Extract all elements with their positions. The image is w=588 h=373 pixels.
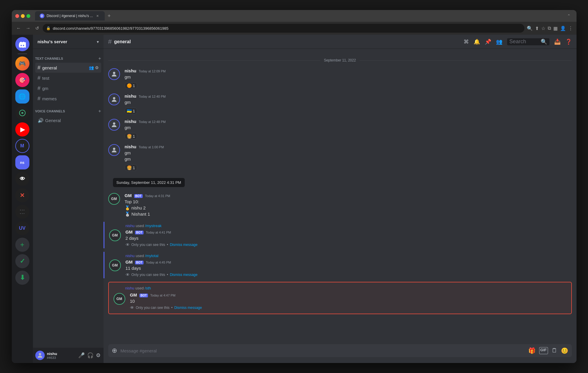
members-icon[interactable]: 👥 [496,39,502,45]
settings-icon[interactable]: ⚙ [95,65,99,70]
message-author-3[interactable]: nishu [125,119,136,124]
user-settings-icon[interactable]: ⚙ [95,352,101,359]
message-input-box: ⊕ 🎁 GIF 🗒 😊 [108,344,572,357]
server-icon-4[interactable] [15,106,29,120]
channel-item-test[interactable]: # test [35,73,101,83]
server-icon-2[interactable]: 🎯 [15,73,29,87]
zoom-icon[interactable]: 🔍 [527,26,533,31]
message-author-sth[interactable]: GM [130,292,137,297]
channel-item-voice-general[interactable]: 🔊 General [35,115,101,125]
maximize-window-button[interactable] [26,14,30,18]
add-text-channel-button[interactable]: + [98,56,101,61]
messages-area[interactable]: September 11, 2022 😊 ↩ ⋯ [104,49,577,344]
gift-icon[interactable]: 🎁 [528,347,536,354]
server-list: 🎮 🎯 🌐 ▶ M ns [12,35,33,363]
reaction-3[interactable]: 🍔 1 [125,133,137,139]
channel-item-memes[interactable]: # memes [35,94,101,104]
server-icon-nishus-active[interactable]: ns [15,155,29,169]
message-input-area: ⊕ 🎁 GIF 🗒 😊 [104,344,577,363]
sidebar-icon[interactable]: ▦ [553,26,558,31]
message-group-2: nishu Today at 12:40 PM gm 🇺🇦 1 [104,92,577,115]
server-icon-8[interactable]: 👁 [15,172,29,186]
minimize-window-button[interactable] [21,14,25,18]
eye-icon-total: 👁 [126,272,130,277]
headphones-icon[interactable]: 🎧 [86,352,94,359]
forward-button[interactable]: → [25,24,32,32]
emoji-icon[interactable]: 😊 [561,347,568,354]
server-icon-6[interactable]: M [15,139,29,153]
gif-icon[interactable]: GIF [539,347,548,354]
message-author-2[interactable]: nishu [125,94,136,99]
download-icon[interactable]: ⬇ [15,271,29,285]
message-author-bot1[interactable]: GM [125,193,132,198]
search-bar[interactable]: Search 🔍 [507,38,549,45]
lock-icon: 🔒 [46,26,51,30]
command-streak-name[interactable]: /mystreak [145,224,161,228]
profile-icon[interactable]: 👤 [560,26,566,31]
command-total-username[interactable]: nishu [126,254,135,258]
channel-item-gm[interactable]: # gm [35,83,101,93]
channel-hash-icon: # [108,38,112,46]
dismiss-total-button[interactable]: Dismiss message [170,273,197,277]
browser-tab-discord[interactable]: D Discord | #general | nishu's ... ✕ [35,11,105,21]
server-icon-11[interactable]: UV [15,221,29,235]
address-bar[interactable]: 🔒 discord.com/channels/97703139685606198… [43,24,524,33]
channel-name-general: general [42,65,57,70]
reaction-count-4: 1 [133,166,135,170]
message-author-total[interactable]: GM [126,259,133,264]
message-author-4[interactable]: nishu [125,144,136,149]
message-group-sth: GM GM BOT Today at 4:47 PM 10 👁 On [109,291,571,311]
command-streak-username[interactable]: nishu [126,224,135,228]
server-header[interactable]: nishu's server ▾ [33,35,104,49]
threads-icon[interactable]: ⌘ [464,39,469,45]
message-header-3: nishu Today at 12:48 PM [125,119,572,124]
message-author-1[interactable]: nishu [125,68,136,73]
close-window-button[interactable] [15,14,19,18]
share-icon[interactable]: ⬆ [535,26,539,31]
extensions-icon[interactable]: ⧉ [548,26,551,31]
inbox-icon[interactable]: 📥 [554,39,561,45]
channel-item-general[interactable]: # general 👥 ⚙ [35,63,101,73]
pin-icon[interactable]: 📌 [485,39,491,45]
divider-line-right [359,60,572,61]
command-sth-username[interactable]: nishu [125,286,134,290]
sticker-icon[interactable]: 🗒 [552,347,557,354]
command-sth-name[interactable]: /sth [145,286,151,290]
back-button[interactable]: ← [15,24,22,32]
refresh-button[interactable]: ↺ [34,24,40,32]
microphone-icon[interactable]: 🎤 [78,352,85,359]
server-icon-nishus[interactable]: 🌐 [15,89,29,104]
eye-icon-streak: 👁 [126,242,130,247]
server-icon-1[interactable]: 🎮 [15,56,29,71]
add-server-button[interactable]: + [15,238,29,252]
add-voice-channel-button[interactable]: + [98,109,101,114]
tab-close-button[interactable]: ✕ [95,14,100,18]
bookmark-icon[interactable]: ☆ [541,26,545,31]
message-author-streak[interactable]: GM [126,229,133,234]
discover-servers-button[interactable]: ✓ [15,254,29,268]
help-icon[interactable]: ❓ [565,39,572,45]
attach-button[interactable]: ⊕ [112,347,117,354]
channel-name-test: test [42,76,49,81]
avatar-sth: GM [114,293,125,305]
add-member-icon[interactable]: 👥 [89,65,94,70]
message-content-total: GM BOT Today at 4:45 PM 11 days 👁 Only y… [126,259,572,277]
chat-header-actions: ⌘ 🔔 📌 👥 Search 🔍 📥 ❓ [464,38,572,45]
notifications-icon[interactable]: 🔔 [474,39,480,45]
dismiss-sth-button[interactable]: Dismiss message [174,306,202,310]
server-icon-9[interactable]: ✕ [15,188,29,202]
server-icon-5[interactable]: ▶ [15,122,29,136]
reaction-1[interactable]: 🟠 1 [125,82,137,89]
new-tab-button[interactable]: + [106,13,113,19]
message-timestamp-1: Today at 12:09 PM [139,69,166,73]
server-icon-home[interactable] [15,37,29,51]
message-input[interactable] [121,348,525,353]
command-total-name[interactable]: /mytotal [145,254,159,258]
reaction-2[interactable]: 🇺🇦 1 [125,108,137,114]
menu-icon[interactable]: ⋮ [568,26,573,31]
channel-name-voice-general: General [45,118,61,123]
server-icon-10[interactable]: · · ·· · · [15,205,29,219]
dismiss-streak-button[interactable]: Dismiss message [170,243,197,247]
command-streak-header: nishu used /mystreak [104,222,577,229]
reaction-4[interactable]: 🍔 1 [125,164,137,171]
